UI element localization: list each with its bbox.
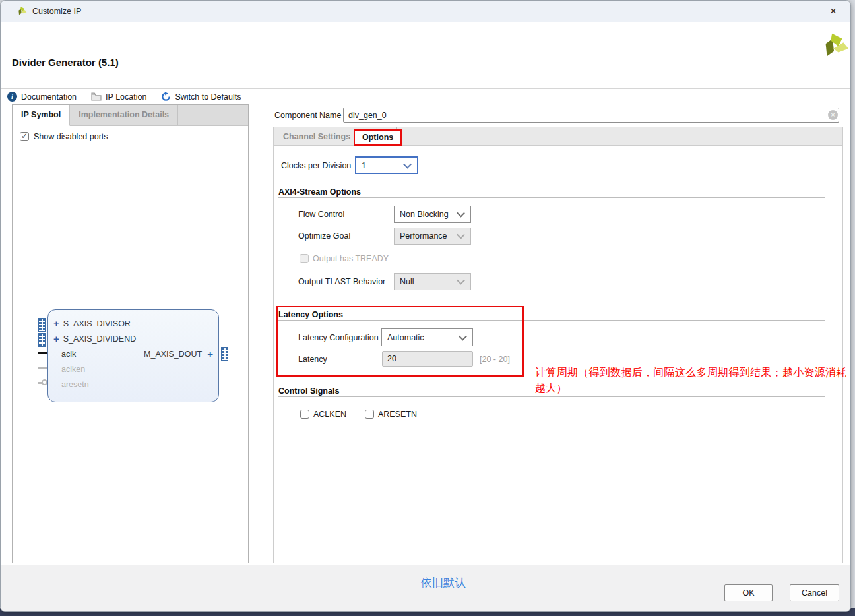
aclken-label: ACLKEN bbox=[313, 410, 346, 419]
title-bar: Customize IP × bbox=[1, 1, 850, 22]
port-label: aresetn bbox=[61, 380, 89, 389]
chevron-down-icon bbox=[457, 231, 465, 239]
tab-implementation-details[interactable]: Implementation Details bbox=[70, 105, 178, 125]
chevron-down-icon bbox=[457, 276, 465, 285]
footer-annotation: 依旧默认 bbox=[421, 575, 466, 590]
port-row: + S_AXIS_DIVISOR bbox=[52, 317, 214, 331]
aresetn-checkbox[interactable] bbox=[365, 410, 374, 419]
output-has-tready-checkbox bbox=[300, 254, 309, 263]
chevron-down-icon bbox=[457, 209, 465, 218]
optimize-goal-select: Performance bbox=[394, 228, 471, 245]
flow-control-value: Non Blocking bbox=[400, 210, 449, 219]
expand-icon[interactable]: + bbox=[53, 332, 59, 346]
output-tlast-behavior-select: Null bbox=[394, 273, 471, 290]
section-divider bbox=[278, 396, 825, 397]
xilinx-logo bbox=[819, 31, 850, 61]
clocks-per-division-label: Clocks per Division bbox=[281, 161, 351, 170]
axi4-section-title: AXI4-Stream Options bbox=[278, 187, 361, 197]
info-icon: i bbox=[7, 92, 17, 102]
expand-icon[interactable]: + bbox=[53, 317, 59, 330]
port-label: M_AXIS_DOUT bbox=[144, 350, 202, 359]
expand-icon[interactable]: + bbox=[207, 348, 213, 361]
toolbar: i Documentation IP Location Switch to De… bbox=[7, 92, 241, 102]
tab-channel-settings[interactable]: Channel Settings bbox=[274, 127, 360, 146]
latency-highlight-annotation bbox=[276, 306, 524, 377]
control-signals-section-title: Control Signals bbox=[278, 386, 339, 396]
cancel-button[interactable]: Cancel bbox=[790, 584, 839, 601]
tab-ip-symbol[interactable]: IP Symbol bbox=[13, 105, 70, 126]
port-row: + S_AXIS_DIVIDEND bbox=[52, 332, 214, 346]
annotation-text-line2: 越大） bbox=[535, 382, 567, 396]
dialog-header: Divider Generator (5.1) i Documentation … bbox=[1, 22, 850, 89]
section-divider bbox=[278, 197, 825, 198]
documentation-label: Documentation bbox=[21, 92, 77, 102]
close-icon[interactable]: × bbox=[825, 3, 841, 19]
port-label: S_AXIS_DIVISOR bbox=[63, 319, 131, 328]
clocks-per-division-select[interactable]: 1 bbox=[355, 156, 418, 174]
dialog-footer: 依旧默认 OK Cancel bbox=[1, 565, 850, 612]
port-label: S_AXIS_DIVIDEND bbox=[63, 334, 136, 344]
show-disabled-ports-label: Show disabled ports bbox=[34, 132, 108, 141]
ip-symbol-diagram: + S_AXIS_DIVISOR + S_AXIS_DIVIDEND aclk … bbox=[36, 303, 241, 408]
clock-port-icon bbox=[38, 352, 48, 354]
flow-control-select[interactable]: Non Blocking bbox=[394, 206, 471, 223]
ip-location-button[interactable]: IP Location bbox=[91, 92, 146, 102]
output-has-tready-row: Output has TREADY bbox=[300, 254, 389, 263]
axi-bus-icon-dout bbox=[221, 347, 228, 361]
clear-icon[interactable]: × bbox=[828, 110, 838, 120]
aclken-port-icon bbox=[38, 367, 48, 369]
output-has-tready-label: Output has TREADY bbox=[313, 254, 389, 263]
ip-block: + S_AXIS_DIVISOR + S_AXIS_DIVIDEND aclk … bbox=[48, 309, 219, 402]
optimize-goal-label: Optimize Goal bbox=[298, 231, 350, 241]
output-tlast-behavior-value: Null bbox=[400, 277, 414, 286]
component-name-label: Component Name bbox=[274, 111, 341, 120]
aresetn-label: ARESETN bbox=[378, 410, 417, 419]
output-tlast-behavior-label: Output TLAST Behavior bbox=[298, 277, 385, 286]
axi-bus-icon-dividend bbox=[38, 333, 46, 347]
documentation-button[interactable]: i Documentation bbox=[7, 92, 77, 102]
port-label: aclken bbox=[61, 365, 85, 374]
left-tab-strip: IP Symbol Implementation Details bbox=[13, 105, 248, 126]
component-name-value: div_gen_0 bbox=[348, 111, 387, 120]
show-disabled-ports-row: Show disabled ports bbox=[20, 132, 108, 141]
clocks-per-division-value: 1 bbox=[362, 161, 366, 170]
annotation-text-line1: 计算周期（得到数据后，间隔这么多周期得到结果；越小资源消耗 bbox=[535, 366, 847, 380]
xilinx-logo-icon bbox=[16, 6, 27, 16]
port-row: M_AXIS_DOUT + bbox=[52, 347, 214, 361]
refresh-icon bbox=[161, 92, 171, 102]
chevron-down-icon bbox=[403, 160, 412, 168]
switch-to-defaults-label: Switch to Defaults bbox=[175, 92, 241, 102]
flow-control-label: Flow Control bbox=[298, 210, 344, 219]
port-row: aclken bbox=[52, 362, 214, 377]
aclken-checkbox[interactable] bbox=[300, 410, 309, 419]
show-disabled-ports-checkbox[interactable] bbox=[20, 132, 29, 141]
tab-options[interactable]: Options bbox=[354, 129, 402, 146]
window-title: Customize IP bbox=[32, 7, 81, 16]
ip-location-label: IP Location bbox=[106, 92, 146, 102]
aresetn-row: ARESETN bbox=[365, 410, 417, 419]
ip-symbol-panel: IP Symbol Implementation Details Show di… bbox=[12, 104, 249, 563]
ok-button[interactable]: OK bbox=[724, 584, 773, 601]
customize-ip-dialog: Customize IP × Divider Generator (5.1) i… bbox=[0, 0, 851, 612]
page-title: Divider Generator (5.1) bbox=[12, 57, 119, 68]
port-row: aresetn bbox=[52, 377, 214, 392]
component-name-input[interactable]: div_gen_0 bbox=[343, 108, 839, 123]
switch-to-defaults-button[interactable]: Switch to Defaults bbox=[161, 92, 241, 102]
aclken-row: ACLKEN bbox=[300, 410, 346, 419]
optimize-goal-value: Performance bbox=[400, 231, 447, 241]
folder-icon bbox=[91, 92, 102, 101]
axi-bus-icon-divisor bbox=[38, 318, 46, 332]
aresetn-reset-icon bbox=[38, 379, 48, 386]
